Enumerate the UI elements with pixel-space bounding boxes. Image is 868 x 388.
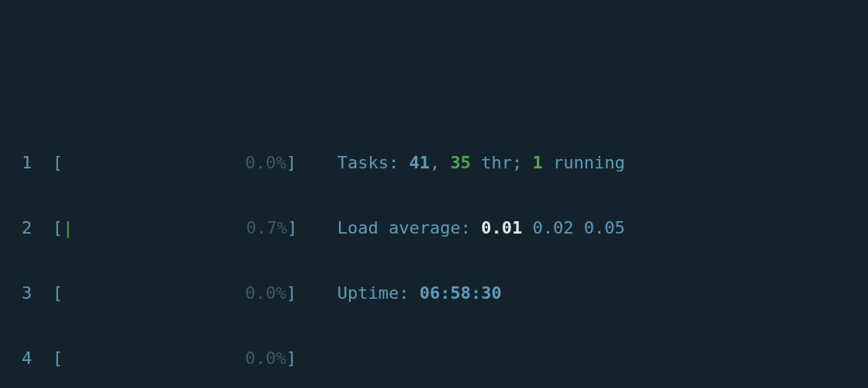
load-label: Load average:: [337, 218, 481, 237]
cpu-pct: 0.7%: [73, 217, 287, 239]
load-line: Load average: 0.01 0.02 0.05: [337, 217, 625, 239]
cpu-id: 3: [22, 283, 32, 303]
meters-panel: 1 [0.0%] 2 [|0.7%] 3 [0.0%] 4 [0.0%] Mem…: [22, 109, 306, 388]
tasks-line: Tasks: 41, 35 thr; 1 running: [337, 152, 625, 174]
cpu-meter-1: 1 [0.0%]: [22, 152, 306, 174]
header-area: 1 [0.0%] 2 [|0.7%] 3 [0.0%] 4 [0.0%] Mem…: [0, 87, 868, 388]
cpu-pct: 0.0%: [63, 152, 286, 174]
cpu-meter-4: 4 [0.0%]: [22, 348, 306, 369]
cpu-id: 2: [22, 218, 32, 237]
load-15: 0.05: [584, 218, 625, 237]
cpu-meter-2: 2 [|0.7%]: [22, 217, 306, 239]
uptime-label: Uptime:: [337, 283, 420, 303]
tasks-total: 41: [409, 153, 430, 172]
uptime-value: 06:58:30: [420, 283, 502, 303]
tasks-threads: 35: [450, 153, 471, 172]
tasks-label: Tasks:: [337, 153, 410, 172]
cpu-pct: 0.0%: [63, 282, 286, 304]
load-5: 0.02: [532, 218, 573, 237]
uptime-line: Uptime: 06:58:30: [337, 282, 625, 304]
load-1: 0.01: [481, 218, 522, 237]
cpu-bar: |: [63, 218, 73, 237]
info-panel: Tasks: 41, 35 thr; 1 running Load averag…: [337, 109, 625, 388]
tasks-running: 1: [532, 153, 542, 172]
cpu-id: 4: [22, 348, 32, 368]
cpu-id: 1: [22, 153, 32, 172]
cpu-meter-3: 3 [0.0%]: [22, 282, 306, 304]
cpu-pct: 0.0%: [63, 348, 286, 369]
